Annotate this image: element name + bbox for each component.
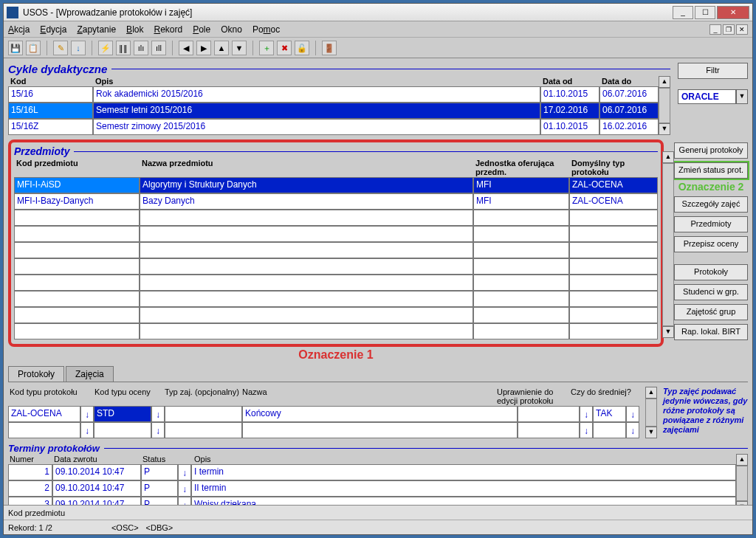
toolbar: 💾 📋 ✎ ↓ ⚡ ‖‖ ılı ıll ◀ ▶ ▲ ▼ ＋ ✖ 🔓 🚪: [4, 38, 752, 58]
flash-icon[interactable]: ⚡: [98, 41, 113, 55]
cycles-col-kod: Kod: [8, 76, 93, 86]
close-button[interactable]: ✕: [717, 6, 749, 19]
minimize-button[interactable]: _: [673, 6, 693, 19]
unlock-icon[interactable]: 🔓: [295, 41, 309, 55]
bars2-icon[interactable]: ılı: [134, 41, 148, 55]
tab-zajecia[interactable]: Zajęcia: [66, 366, 114, 382]
cycles-scroll-down[interactable]: ▼: [659, 123, 670, 135]
label-kto: Kod typu oceny: [93, 387, 163, 406]
edit-icon[interactable]: ✎: [53, 41, 68, 55]
studenci-button[interactable]: Studenci w grp.: [674, 284, 748, 300]
oznaczenie-1-label: Oznaczenie 1: [298, 348, 373, 362]
cycles-col-datado: Data do: [599, 76, 659, 86]
zmien-status-button[interactable]: Zmień status prot.: [674, 162, 748, 179]
menu-edycja[interactable]: Edycja: [40, 24, 66, 35]
status-hint: Kod przedmiotu: [4, 505, 752, 520]
fields-scroll-down[interactable]: ▼: [645, 427, 657, 438]
save-icon[interactable]: 💾: [8, 41, 23, 55]
label-upr: Uprawnienie do edycji protokołu: [495, 387, 569, 406]
oracle-select[interactable]: ORACLE ▼: [678, 89, 748, 104]
subjects-row[interactable]: [14, 291, 658, 307]
label-tz: Typ zaj. (opcjonalny): [163, 387, 241, 406]
titlebar: USOS - [Wprowadzanie protokołów i zajęć]…: [4, 4, 752, 21]
subjects-row[interactable]: [14, 210, 658, 226]
generuj-button[interactable]: Generuj protokoły: [674, 142, 748, 159]
zajetosc-button[interactable]: Zajętość grup: [674, 304, 748, 320]
print-icon[interactable]: 📋: [26, 41, 41, 55]
tabs: Protokoły Zajęcia: [8, 366, 748, 382]
subjects-row[interactable]: [14, 307, 658, 323]
bars-icon[interactable]: ‖‖: [116, 41, 131, 55]
up-icon[interactable]: ▲: [214, 41, 229, 55]
terminy-row[interactable]: 109.10.2014 10:47P↓I termin: [8, 464, 736, 480]
field-upr[interactable]: [518, 406, 580, 422]
mdi-minimize[interactable]: _: [709, 24, 721, 35]
przepisz-button[interactable]: Przepisz oceny: [674, 236, 748, 252]
terminy-row[interactable]: 209.10.2014 10:47P↓II termin: [8, 480, 736, 497]
field-kto[interactable]: STD: [94, 406, 151, 422]
czy-dropdown-icon[interactable]: ↓: [626, 406, 639, 422]
kto-dropdown-icon[interactable]: ↓: [151, 406, 165, 422]
field-czy[interactable]: TAK: [593, 406, 626, 422]
oznaczenie-2-label: Oznaczenie 2: [674, 181, 748, 193]
cycles-row[interactable]: 15/16LSemestr letni 2015/201617.02.20160…: [8, 103, 659, 119]
subjects-col-typ: Domyślny typ protokołu: [569, 158, 658, 177]
field-ktp[interactable]: ZAL-OCENA: [8, 406, 80, 422]
mdi-close[interactable]: ✕: [736, 24, 748, 35]
menu-okno[interactable]: Okno: [221, 24, 242, 35]
chart-icon[interactable]: ıll: [151, 41, 166, 55]
subjects-scroll-down[interactable]: ▼: [662, 326, 674, 338]
down-icon[interactable]: ▼: [232, 41, 247, 55]
mdi-restore[interactable]: ❐: [723, 24, 735, 35]
next-icon[interactable]: ▶: [196, 41, 211, 55]
subjects-row[interactable]: MFI-I-Bazy-DanychBazy DanychMFIZAL-OCENA: [14, 193, 658, 210]
window-title: USOS - [Wprowadzanie protokołów i zajęć]: [23, 7, 671, 18]
menu-rekord[interactable]: Rekord: [154, 24, 182, 35]
field-nazwa[interactable]: Końcowy: [242, 406, 518, 422]
ktp-dropdown-icon[interactable]: ↓: [80, 406, 94, 422]
status-dbg: <DBG>: [146, 523, 173, 532]
tab-protokoly[interactable]: Protokoły: [8, 366, 64, 382]
cycles-row[interactable]: 15/16ZSemestr zimowy 2015/201601.10.2015…: [8, 119, 659, 135]
przedmioty-button[interactable]: Przedmioty: [674, 216, 748, 232]
subjects-row[interactable]: [14, 242, 658, 258]
field-tz[interactable]: [165, 406, 242, 422]
protokoly-button[interactable]: Protokoły: [674, 264, 748, 280]
content-area: Cykle dydaktyczne Kod Opis Data od Data …: [4, 58, 752, 505]
subjects-row[interactable]: [14, 275, 658, 291]
main-window: USOS - [Wprowadzanie protokołów i zajęć]…: [3, 3, 753, 535]
delete-icon[interactable]: ✖: [277, 41, 292, 55]
subjects-row[interactable]: [14, 226, 658, 242]
terminy-scroll-down[interactable]: ▼: [736, 501, 748, 505]
maximize-button[interactable]: ☐: [695, 6, 715, 19]
terminy-scroll-up[interactable]: ▲: [736, 454, 748, 466]
term-col-op: Opis: [193, 454, 736, 464]
subjects-row[interactable]: [14, 258, 658, 275]
filter-button[interactable]: Filtr: [678, 63, 748, 79]
menu-zapytanie[interactable]: Zapytanie: [77, 24, 116, 35]
menu-pole[interactable]: Pole: [193, 24, 210, 35]
menu-akcja[interactable]: Akcja: [8, 24, 30, 35]
label-nazwa: Nazwa: [241, 387, 495, 406]
subjects-row[interactable]: [14, 323, 658, 339]
status-rekord: Rekord: 1 /2: [8, 523, 52, 532]
app-icon: [7, 7, 18, 18]
cycles-scroll-up[interactable]: ▲: [659, 76, 670, 88]
cycles-row[interactable]: 15/16Rok akademicki 2015/201601.10.20150…: [8, 86, 659, 103]
oracle-dropdown-icon: ▼: [736, 89, 748, 104]
fields-scroll-up[interactable]: ▲: [645, 387, 657, 399]
subjects-row[interactable]: MFI-I-AiSDAlgorytmy i Struktury DanychMF…: [14, 177, 658, 193]
prev-icon[interactable]: ◀: [179, 41, 193, 55]
szczegoly-button[interactable]: Szczegóły zajęć: [674, 196, 748, 213]
menu-pomoc[interactable]: Pomoc: [252, 24, 280, 35]
menu-blok[interactable]: Blok: [126, 24, 143, 35]
arrow-down-icon[interactable]: ↓: [71, 41, 86, 55]
terminy-row[interactable]: 309.10.2014 10:47P↓Wpisy dziekana: [8, 497, 736, 505]
subjects-scroll-up[interactable]: ▲: [662, 151, 674, 163]
label-czy: Czy do średniej?: [569, 387, 639, 406]
add-icon[interactable]: ＋: [259, 41, 274, 55]
rap-button[interactable]: Rap. lokal. BIRT: [674, 324, 748, 340]
upr-dropdown-icon[interactable]: ↓: [580, 406, 593, 422]
exit-icon[interactable]: 🚪: [322, 41, 337, 55]
menubar: Akcja Edycja Zapytanie Blok Rekord Pole …: [4, 21, 752, 38]
